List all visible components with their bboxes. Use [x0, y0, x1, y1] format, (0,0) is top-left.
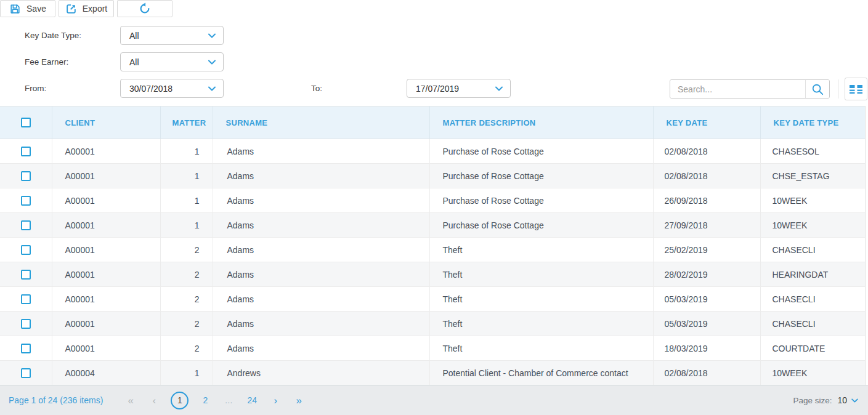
- cell-key-date-type: 10WEEK: [760, 361, 865, 385]
- table-row: A00001 2 Adams Theft 18/03/2019 COURTDAT…: [0, 336, 865, 361]
- search-input[interactable]: [670, 80, 805, 98]
- row-checkbox[interactable]: [21, 171, 31, 181]
- key-date-type-label: Key Date Type:: [25, 26, 81, 45]
- save-button[interactable]: Save: [0, 0, 55, 17]
- column-header-surname[interactable]: SURNAME: [213, 107, 429, 139]
- page-ellipsis: …: [221, 396, 237, 405]
- row-checkbox[interactable]: [21, 319, 31, 329]
- cell-client: A00001: [52, 262, 160, 287]
- cell-matter: 2: [160, 336, 213, 361]
- cell-matter: 1: [160, 361, 213, 385]
- table-row: A00001 2 Adams Theft 05/03/2019 CHASECLI: [0, 312, 865, 336]
- column-chooser-button[interactable]: [845, 78, 867, 100]
- column-header-key-date[interactable]: KEY DATE: [653, 107, 760, 139]
- cell-surname: Adams: [213, 262, 429, 287]
- key-date-type-select[interactable]: All: [120, 26, 224, 45]
- pagination-footer: Page 1 of 24 (236 items) « ‹ 1 2 … 24 › …: [0, 385, 868, 415]
- cell-matter: 1: [160, 188, 213, 213]
- table-row: A00004 1 Andrews Potential Client - Cham…: [0, 361, 865, 385]
- cell-key-date-type: CHASECLI: [760, 238, 865, 262]
- cell-matter-description: Purchase of Rose Cottage: [429, 164, 653, 188]
- page-button-current[interactable]: 1: [171, 392, 189, 409]
- to-date-select[interactable]: 17/07/2019: [407, 79, 511, 98]
- page-size-label: Page size:: [793, 396, 832, 405]
- cell-matter: 1: [160, 213, 213, 238]
- key-dates-table: CLIENT MATTER SURNAME MATTER DESCRIPTION…: [0, 106, 865, 385]
- cell-key-date-type: 10WEEK: [760, 213, 865, 238]
- column-chooser-icon: [850, 84, 862, 94]
- from-date-label: From:: [25, 79, 46, 98]
- cell-key-date: 26/09/2018: [653, 188, 760, 213]
- key-dates-grid: CLIENT MATTER SURNAME MATTER DESCRIPTION…: [0, 106, 866, 385]
- next-page-button[interactable]: ›: [267, 395, 283, 406]
- page-button-2[interactable]: 2: [197, 395, 213, 405]
- cell-key-date-type: CHASESOL: [760, 139, 865, 164]
- from-date-select[interactable]: 30/07/2018: [120, 79, 224, 98]
- search-box: [670, 79, 830, 99]
- table-row: A00001 1 Adams Purchase of Rose Cottage …: [0, 188, 865, 213]
- row-checkbox[interactable]: [21, 344, 31, 353]
- fee-earner-select[interactable]: All: [120, 52, 224, 71]
- cell-client: A00001: [52, 188, 160, 213]
- column-header-matter[interactable]: MATTER: [160, 107, 213, 139]
- cell-matter-description: Purchase of Rose Cottage: [429, 213, 653, 238]
- cell-matter-description: Theft: [429, 262, 653, 287]
- export-button[interactable]: Export: [59, 0, 114, 17]
- export-button-label: Export: [83, 4, 107, 14]
- column-header-client[interactable]: CLIENT: [52, 107, 160, 139]
- cell-matter-description: Potential Client - Chamber of Commerce c…: [429, 361, 653, 385]
- cell-surname: Adams: [213, 312, 429, 336]
- refresh-icon: [138, 2, 152, 15]
- cell-surname: Adams: [213, 287, 429, 312]
- cell-key-date: 02/08/2018: [653, 361, 760, 385]
- refresh-button[interactable]: [117, 0, 172, 17]
- table-row: A00001 1 Adams Purchase of Rose Cottage …: [0, 213, 865, 238]
- cell-surname: Adams: [213, 213, 429, 238]
- prev-page-button[interactable]: ‹: [146, 395, 162, 406]
- cell-client: A00001: [52, 164, 160, 188]
- cell-matter: 1: [160, 139, 213, 164]
- page-size-control: Page size: 10: [793, 395, 858, 405]
- search-button[interactable]: [805, 80, 829, 98]
- row-checkbox[interactable]: [21, 368, 31, 378]
- cell-key-date-type: COURTDATE: [760, 336, 865, 361]
- row-checkbox[interactable]: [21, 294, 31, 304]
- table-header-row: CLIENT MATTER SURNAME MATTER DESCRIPTION…: [0, 107, 865, 139]
- row-checkbox[interactable]: [21, 270, 31, 280]
- cell-key-date-type: CHASECLI: [760, 287, 865, 312]
- cell-matter-description: Theft: [429, 312, 653, 336]
- cell-matter: 2: [160, 238, 213, 262]
- first-page-button[interactable]: «: [123, 395, 139, 406]
- column-header-key-date-type[interactable]: KEY DATE TYPE: [760, 107, 865, 139]
- key-date-type-value: All: [129, 31, 139, 41]
- row-checkbox[interactable]: [21, 147, 31, 156]
- cell-key-date-type: 10WEEK: [760, 188, 865, 213]
- chevron-down-icon: [208, 33, 216, 38]
- table-row: A00001 1 Adams Purchase of Rose Cottage …: [0, 164, 865, 188]
- cell-key-date: 25/02/2019: [653, 238, 760, 262]
- select-all-checkbox[interactable]: [21, 118, 31, 127]
- cell-client: A00001: [52, 238, 160, 262]
- pager: « ‹ 1 2 … 24 › »: [119, 392, 310, 409]
- cell-surname: Adams: [213, 188, 429, 213]
- column-header-matter-description[interactable]: MATTER DESCRIPTION: [429, 107, 653, 139]
- cell-client: A00001: [52, 287, 160, 312]
- row-checkbox[interactable]: [21, 245, 31, 255]
- last-page-button[interactable]: »: [291, 395, 307, 406]
- save-icon: [9, 3, 21, 15]
- cell-matter-description: Purchase of Rose Cottage: [429, 139, 653, 164]
- chevron-down-icon: [208, 60, 216, 65]
- cell-key-date-type: CHSE_ESTAG: [760, 164, 865, 188]
- search-icon: [811, 83, 824, 95]
- to-date-label: To:: [311, 79, 322, 98]
- table-row: A00001 2 Adams Theft 25/02/2019 CHASECLI: [0, 238, 865, 262]
- row-checkbox[interactable]: [21, 196, 31, 206]
- cell-matter: 1: [160, 164, 213, 188]
- column-header-select: [0, 107, 52, 139]
- cell-client: A00001: [52, 139, 160, 164]
- row-checkbox[interactable]: [21, 220, 31, 230]
- to-date-value: 17/07/2019: [416, 84, 459, 94]
- key-dates-page: Save Export Key Date Type: All: [0, 0, 868, 415]
- page-size-select[interactable]: 10: [837, 395, 858, 405]
- page-button-24[interactable]: 24: [244, 395, 260, 405]
